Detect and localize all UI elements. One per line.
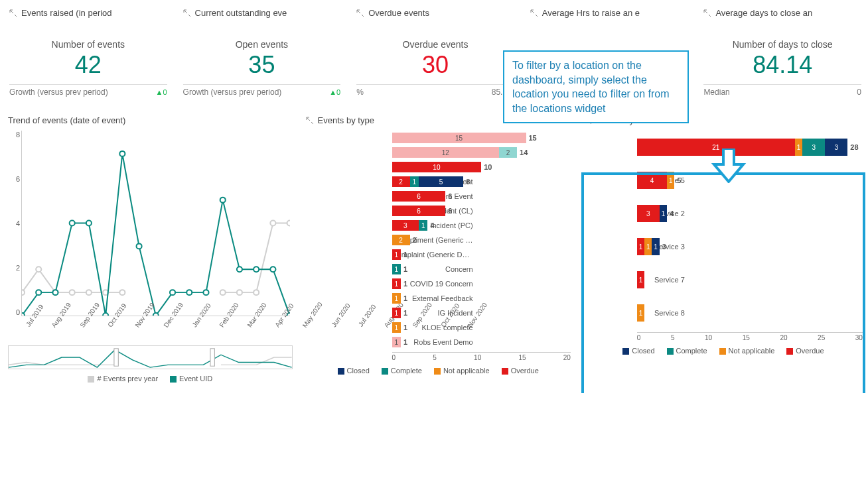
bar-total: 10 — [484, 163, 492, 171]
kpi-footer-right: 0 — [857, 88, 861, 97]
bar-segment[interactable]: 3 — [392, 220, 419, 231]
kpi-subtitle: Overdue events — [356, 39, 514, 50]
bar-segment[interactable]: 1 — [392, 337, 401, 347]
legend-item[interactable]: Closed — [338, 367, 370, 375]
bar-segment[interactable]: 1 — [392, 249, 401, 260]
x-axis: 051015202530 — [637, 332, 863, 341]
bar-total: 1 — [403, 280, 407, 288]
bar-segment[interactable]: 2 — [499, 147, 517, 158]
bar-row[interactable]: COVID 19 Concern11 — [392, 276, 571, 291]
kpi-subtitle: Open events — [183, 39, 341, 50]
bar-segment[interactable]: 1 — [667, 172, 674, 189]
kpi-footer-right: ▲0 — [156, 88, 167, 96]
kpi-value: 30 — [356, 51, 514, 79]
bar-segment[interactable]: 1 — [392, 322, 401, 333]
legend-item[interactable]: Not applicable — [434, 367, 490, 375]
legend-item[interactable]: Overdue — [502, 367, 539, 375]
bar-row[interactable]: Complaint1515 — [392, 131, 571, 145]
bar-row[interactable]: Compliment (Generic …22 — [392, 233, 571, 247]
bar-row[interactable]: Incident (Generic Dem…1010 — [392, 160, 571, 174]
kpi-value: 42 — [9, 51, 167, 79]
x-axis: Jul 2019Aug 2019Sep 2019Oct 2019Nov 2019… — [21, 318, 290, 343]
legend-item[interactable]: Complete — [382, 367, 422, 375]
chart-title-text: Trend of events (date of event) — [8, 115, 125, 125]
kpi-title-text: Overdue events — [368, 8, 429, 18]
bar-row[interactable]: External Feedback11 — [392, 291, 571, 306]
bar-row[interactable]: KLOE complete11 — [392, 320, 571, 335]
bar-row[interactable]: Clinical Incident (CL)66 — [392, 204, 571, 218]
bar-segment[interactable]: 6 — [392, 206, 446, 216]
bar-segment[interactable]: 1 — [392, 308, 401, 318]
bar-row[interactable]: Service 71 — [637, 263, 863, 296]
bar-segment[interactable]: 1 — [652, 238, 659, 255]
bar-row[interactable]: Service 2314 — [637, 197, 863, 230]
bar-row[interactable]: Complaint (Generic De…11 — [392, 247, 571, 262]
bar-row[interactable]: Untoward Event (SC)12214 — [392, 145, 571, 160]
bar-segment[interactable]: 4 — [637, 172, 667, 189]
bar-segment[interactable]: 3 — [825, 139, 847, 156]
line-plot — [21, 131, 290, 316]
bar-row[interactable]: Concern11 — [392, 262, 571, 276]
bar-segment[interactable]: 1 — [392, 264, 401, 274]
bar-row[interactable]: Incident (PC)314 — [392, 218, 571, 233]
bar-segment[interactable]: 1 — [410, 176, 419, 187]
legend-item[interactable]: Complete — [667, 347, 707, 355]
bar-segment[interactable]: 1 — [637, 304, 644, 322]
bar-segment[interactable]: 3 — [637, 205, 660, 222]
bar-segment[interactable]: 1 — [660, 205, 667, 222]
bar-row[interactable]: Service 5415 — [637, 164, 863, 197]
bar-row[interactable]: Service 12113328 — [637, 131, 863, 164]
kpi-title-text: Current outstanding eve — [195, 8, 287, 18]
legend-item[interactable]: Not applicable — [719, 347, 775, 355]
bar-row[interactable]: Care Concern Event66 — [392, 189, 571, 204]
bar-row[interactable]: IG Incident11 — [392, 306, 571, 320]
kpi-footer-right: ▲0 — [329, 88, 340, 96]
bar-segment[interactable]: 3 — [802, 139, 825, 156]
bar-segment[interactable]: 2 — [392, 176, 410, 187]
svg-point-21 — [170, 290, 175, 295]
bar-segment[interactable]: 5 — [419, 176, 463, 187]
legend-item[interactable]: # Events prev year — [88, 375, 158, 383]
legend-item[interactable]: Event UID — [170, 375, 212, 383]
bar-segment[interactable]: 1 — [644, 238, 652, 255]
bar-segment[interactable]: 1 — [392, 293, 401, 304]
range-slider[interactable] — [8, 345, 293, 369]
bar-segment[interactable]: 6 — [392, 191, 446, 202]
bar-segment[interactable]: 1 — [419, 220, 427, 231]
bar-row[interactable]: Service 81 — [637, 296, 863, 329]
bar-segment[interactable]: 1 — [795, 139, 802, 156]
bar-row[interactable]: Service 31113 — [637, 230, 863, 263]
legend-item[interactable]: Closed — [622, 347, 654, 355]
bar-segment[interactable]: 15 — [392, 133, 526, 143]
svg-point-14 — [52, 290, 58, 295]
kpi-current-outstanding[interactable]: Current outstanding eve Open events 35 G… — [178, 4, 346, 105]
bar-row[interactable]: Robs Event Demo11 — [392, 335, 571, 349]
bar-segment[interactable]: 2 — [392, 235, 410, 245]
svg-point-16 — [86, 221, 92, 226]
instruction-callout: To filter by a location on the dashboard… — [503, 50, 689, 123]
svg-point-11 — [287, 221, 290, 226]
bar-total: 4 — [430, 221, 434, 229]
kpi-overdue-events[interactable]: Overdue events Overdue events 30 % 85.7% — [351, 4, 520, 105]
bar-segment[interactable]: 1 — [637, 271, 644, 288]
kpi-events-raised[interactable]: Events raised (in period Number of event… — [4, 4, 173, 105]
bar-segment[interactable]: 12 — [392, 147, 500, 158]
trend-of-events-chart[interactable]: Trend of events (date of event) 86420 Ju… — [4, 111, 297, 389]
bar-total: 1 — [403, 324, 407, 331]
svg-point-4 — [86, 290, 92, 295]
bar-segment[interactable]: 1 — [637, 238, 644, 255]
chart-title-text: Events by type — [318, 115, 374, 125]
bar-total: 2 — [413, 236, 417, 244]
bar-segment[interactable]: 10 — [392, 162, 482, 172]
bar-row[interactable]: Compliment2158 — [392, 174, 571, 189]
bar-total: 14 — [520, 149, 528, 156]
svg-point-3 — [70, 290, 75, 295]
legend-item[interactable]: Overdue — [786, 347, 824, 355]
events-by-type-chart[interactable]: Events by type Complaint1515Untoward Eve… — [302, 111, 575, 389]
bar-segment[interactable]: 1 — [392, 278, 401, 289]
focus-icon — [530, 9, 538, 17]
kpi-value: 84.14 — [703, 51, 861, 79]
focus-icon — [703, 9, 711, 17]
svg-point-25 — [237, 267, 242, 272]
kpi-avg-days-close[interactable]: Average days to close an Number of days … — [698, 4, 867, 105]
